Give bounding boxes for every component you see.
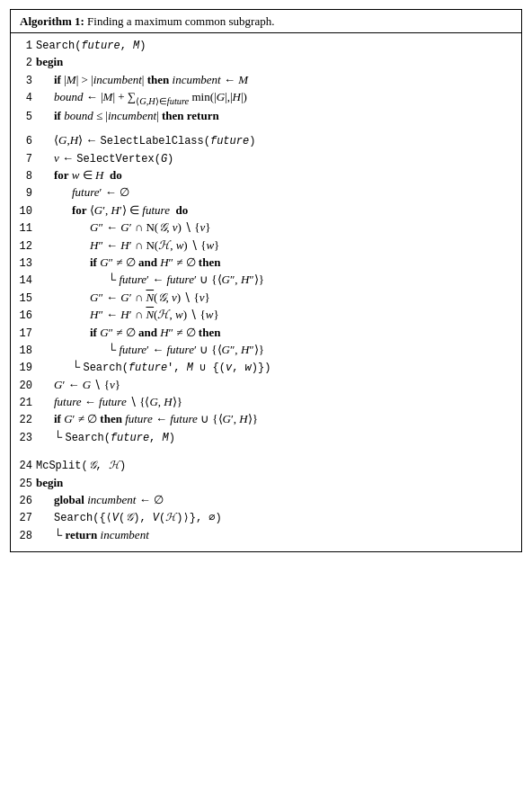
line-item: 18└ future′ ← future′ ∪ {⟨G″, H″⟩} <box>16 342 516 359</box>
line-number: 20 <box>16 379 36 394</box>
line-number: 21 <box>16 396 36 411</box>
line-number: 27 <box>16 511 36 526</box>
line-item: 7v ← SelectVertex(G) <box>16 150 516 167</box>
line-number: 24 <box>16 459 36 474</box>
line-item: 28└ return incumbent <box>16 527 516 544</box>
line-content: if |M| > |incumbent| then incumbent ← M <box>36 72 516 89</box>
line-item: 10for ⟨G′, H′⟩ ∈ future do <box>16 202 516 219</box>
line-number: 26 <box>16 494 36 509</box>
line-item: 14└ future′ ← future′ ∪ {⟨G″, H″⟩} <box>16 272 516 289</box>
algorithm-body: 1Search(future, M)2begin3if |M| > |incum… <box>11 33 521 551</box>
line-item: 3if |M| > |incumbent| then incumbent ← M <box>16 72 516 89</box>
line-content: global incumbent ← ∅ <box>36 492 516 509</box>
line-item: 27Search({⟨V(𝒢), V(ℋ)⟩}, ∅) <box>16 509 516 526</box>
spacer <box>16 125 516 132</box>
algorithm-subtitle: Finding a maximum common subgraph. <box>87 14 274 28</box>
algorithm-header: Algorithm 1: Finding a maximum common su… <box>11 10 521 33</box>
line-number: 28 <box>16 529 36 544</box>
line-content: Search(future, M) <box>36 37 516 54</box>
line-number: 5 <box>16 110 36 125</box>
line-number: 11 <box>16 221 36 237</box>
line-number: 12 <box>16 239 36 255</box>
line-content: Search({⟨V(𝒢), V(ℋ)⟩}, ∅) <box>36 509 516 526</box>
line-number: 8 <box>16 169 36 184</box>
line-content: ⟨G,H⟩ ← SelectLabelClass(future) <box>36 132 516 149</box>
line-content: if G′ ≠ ∅ then future ← future ∪ {⟨G′, H… <box>36 411 516 428</box>
line-item: 24McSplit(𝒢, ℋ) <box>16 457 516 474</box>
line-number: 10 <box>16 204 36 219</box>
line-number: 16 <box>16 309 36 324</box>
line-content: └ future′ ← future′ ∪ {⟨G″, H″⟩} <box>36 272 516 289</box>
line-content: └ future′ ← future′ ∪ {⟨G″, H″⟩} <box>36 342 516 359</box>
line-number: 9 <box>16 186 36 201</box>
line-number: 4 <box>16 91 36 106</box>
line-number: 13 <box>16 256 36 272</box>
line-number: 23 <box>16 431 36 446</box>
line-item: 23└ Search(future, M) <box>16 429 516 446</box>
line-content: └ Search(future′, M ∪ {(v, w)}) <box>36 359 516 376</box>
line-content: └ Search(future, M) <box>36 429 516 446</box>
line-item: 17if G″ ≠ ∅ and H″ ≠ ∅ then <box>16 325 516 342</box>
line-item: 2begin <box>16 54 516 71</box>
line-content: H″ ← H′ ∩ N(ℋ, w) ∖ {w} <box>36 307 516 324</box>
line-item: 6⟨G,H⟩ ← SelectLabelClass(future) <box>16 132 516 149</box>
line-number: 14 <box>16 273 36 289</box>
section-spacer <box>16 446 516 457</box>
line-number: 25 <box>16 477 36 492</box>
line-content: G″ ← G′ ∩ N(𝒢, v) ∖ {v} <box>36 219 516 237</box>
line-content: if G″ ≠ ∅ and H″ ≠ ∅ then <box>36 325 516 342</box>
line-content: bound ← |M| + ∑⟨G,H⟩∈future min(|G|,|H|) <box>36 89 516 108</box>
line-item: 9future′ ← ∅ <box>16 184 516 201</box>
line-number: 3 <box>16 74 36 89</box>
line-content: McSplit(𝒢, ℋ) <box>36 457 516 474</box>
line-content: if bound ≤ |incumbent| then return <box>36 108 516 125</box>
line-number: 17 <box>16 326 36 342</box>
algorithm-box: Algorithm 1: Finding a maximum common su… <box>10 9 522 552</box>
line-item: 26global incumbent ← ∅ <box>16 492 516 509</box>
line-item: 15G″ ← G′ ∩ N(𝒢, v) ∖ {v} <box>16 290 516 307</box>
line-item: 5if bound ≤ |incumbent| then return <box>16 108 516 125</box>
line-number: 18 <box>16 344 36 359</box>
line-content: H″ ← H′ ∩ N(ℋ, w) ∖ {w} <box>36 237 516 255</box>
line-number: 22 <box>16 413 36 428</box>
line-item: 12H″ ← H′ ∩ N(ℋ, w) ∖ {w} <box>16 237 516 255</box>
line-content: G″ ← G′ ∩ N(𝒢, v) ∖ {v} <box>36 290 516 307</box>
line-item: 19└ Search(future′, M ∪ {(v, w)}) <box>16 359 516 376</box>
line-number: 6 <box>16 134 36 149</box>
line-content: G′ ← G ∖ {v} <box>36 377 516 394</box>
line-number: 19 <box>16 361 36 376</box>
line-content: begin <box>36 54 516 71</box>
line-content: for w ∈ H do <box>36 167 516 184</box>
line-content: └ return incumbent <box>36 527 516 544</box>
line-item: 16H″ ← H′ ∩ N(ℋ, w) ∖ {w} <box>16 307 516 324</box>
line-number: 7 <box>16 152 36 167</box>
line-item: 8for w ∈ H do <box>16 167 516 184</box>
line-content: future′ ← ∅ <box>36 184 516 201</box>
line-item: 20G′ ← G ∖ {v} <box>16 377 516 394</box>
line-item: 4bound ← |M| + ∑⟨G,H⟩∈future min(|G|,|H|… <box>16 89 516 108</box>
line-item: 11G″ ← G′ ∩ N(𝒢, v) ∖ {v} <box>16 219 516 237</box>
line-item: 1Search(future, M) <box>16 37 516 54</box>
line-content: v ← SelectVertex(G) <box>36 150 516 167</box>
line-item: 13if G″ ≠ ∅ and H″ ≠ ∅ then <box>16 255 516 272</box>
line-content: future ← future ∖ {⟨G, H⟩} <box>36 394 516 411</box>
line-content: if G″ ≠ ∅ and H″ ≠ ∅ then <box>36 255 516 272</box>
line-number: 2 <box>16 56 36 71</box>
line-content: begin <box>36 475 516 492</box>
line-item: 22if G′ ≠ ∅ then future ← future ∪ {⟨G′,… <box>16 411 516 428</box>
line-number: 1 <box>16 39 36 54</box>
line-item: 25begin <box>16 475 516 492</box>
line-item: 21future ← future ∖ {⟨G, H⟩} <box>16 394 516 411</box>
line-content: for ⟨G′, H′⟩ ∈ future do <box>36 202 516 219</box>
algorithm-title: Algorithm 1: <box>20 14 84 28</box>
line-number: 15 <box>16 291 36 307</box>
